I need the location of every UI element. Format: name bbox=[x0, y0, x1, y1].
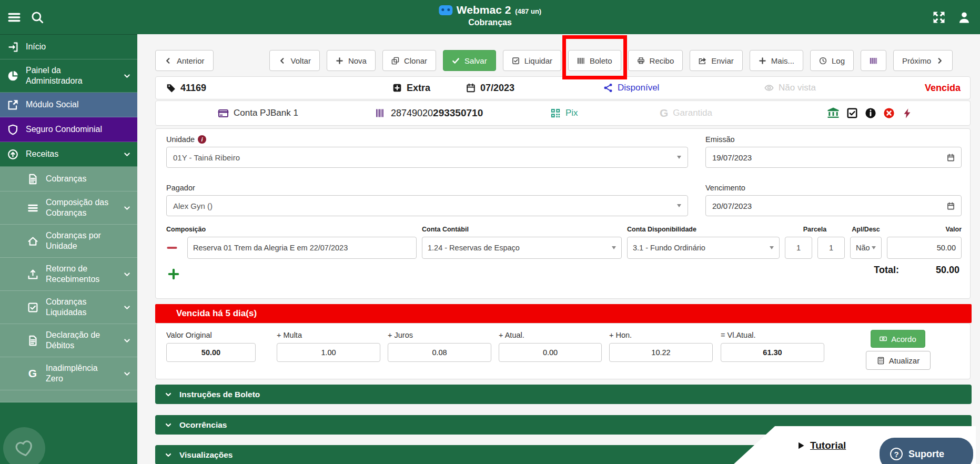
honorarios-value: 10.22 bbox=[651, 348, 670, 357]
sidebar-item-seguro-condominial[interactable]: Seguro Condominial bbox=[0, 117, 137, 142]
log-button[interactable]: Log bbox=[810, 50, 854, 71]
juros-input[interactable]: 0.08 bbox=[388, 343, 491, 362]
voltar-button[interactable]: Voltar bbox=[269, 50, 320, 71]
upload-icon bbox=[26, 269, 39, 280]
salvar-button[interactable]: Salvar bbox=[443, 50, 496, 71]
home-icon bbox=[26, 236, 39, 247]
bank-icon[interactable] bbox=[827, 107, 840, 119]
emissao-value: 19/07/2023 bbox=[712, 153, 752, 162]
valor-atual-label: = Vl.Atual. bbox=[721, 331, 824, 339]
suporte-label: Suporte bbox=[908, 449, 944, 460]
sidebar-item-receitas[interactable]: Receitas bbox=[0, 142, 137, 167]
atual-value: 0.00 bbox=[543, 348, 558, 357]
lightning-icon[interactable] bbox=[902, 108, 913, 119]
total-parcelas-input[interactable]: 1 bbox=[817, 237, 845, 259]
sidebar-item-label: Seguro Condominial bbox=[26, 124, 131, 135]
search-icon[interactable] bbox=[31, 11, 44, 24]
liquidar-button[interactable]: Liquidar bbox=[503, 50, 561, 71]
atualizar-button[interactable]: Atualizar bbox=[866, 351, 931, 370]
suporte-button[interactable]: ? Suporte bbox=[880, 438, 973, 464]
atual-input[interactable]: 0.00 bbox=[499, 343, 602, 362]
recibo-button[interactable]: Recibo bbox=[628, 50, 683, 71]
apl-desc-select[interactable]: Não bbox=[850, 237, 882, 259]
info-circle-icon[interactable] bbox=[865, 107, 876, 119]
table-row: Reserva 01 Trem da Alegria E em 22/07/20… bbox=[166, 237, 962, 259]
sidebar-item-painel-administradora[interactable]: Painel da Administradora bbox=[0, 59, 137, 93]
boleto-button[interactable]: Boleto bbox=[568, 50, 621, 71]
conta-disponibilidade-select[interactable]: 3.1 - Fundo Ordinário bbox=[627, 237, 780, 259]
honorarios-input[interactable]: 10.22 bbox=[609, 343, 713, 362]
sidebar-item-cobrancas[interactable]: Cobranças bbox=[0, 167, 137, 191]
sidebar-item-declaracao-debitos[interactable]: Declaração de Débitos bbox=[0, 324, 137, 357]
sidebar-item-inicio[interactable]: Início bbox=[0, 35, 137, 59]
descricao-input[interactable]: Reserva 01 Trem da Alegria E em 22/07/20… bbox=[187, 237, 417, 259]
sidebar-item-partial[interactable] bbox=[0, 390, 137, 402]
atual-field: + Atual. 0.00 bbox=[499, 331, 602, 362]
nova-button[interactable]: Nova bbox=[327, 50, 376, 71]
record-action-icons bbox=[827, 101, 913, 125]
chevron-down-icon bbox=[123, 72, 131, 80]
enviar-label: Enviar bbox=[711, 56, 734, 65]
check-square-icon bbox=[26, 302, 39, 313]
parcela-value: 1 bbox=[796, 244, 801, 252]
menu-icon[interactable] bbox=[7, 11, 21, 24]
header-title-block: Webmac 2 (487 un) Cobranças bbox=[439, 4, 541, 27]
chevron-down-icon bbox=[165, 451, 172, 459]
mais-button[interactable]: Mais... bbox=[750, 50, 803, 71]
external-link-icon bbox=[6, 99, 19, 110]
sidebar-item-composicao-cobrancas[interactable]: Composição das Cobranças bbox=[0, 191, 137, 225]
accordion-label: Instruções de Boleto bbox=[179, 390, 260, 399]
vencimento-date-input[interactable]: 20/07/2023 bbox=[705, 195, 962, 216]
add-row-icon[interactable] bbox=[167, 268, 180, 280]
sidebar-item-inadimplencia-zero[interactable]: G Inadimplência Zero bbox=[0, 357, 137, 390]
sidebar-item-label: Declaração de Débitos bbox=[46, 330, 116, 351]
valor-atual-input[interactable]: 61.30 bbox=[721, 343, 824, 362]
clone-icon bbox=[391, 57, 399, 65]
valor-original-input[interactable]: 50.00 bbox=[166, 343, 256, 362]
check-square-icon[interactable] bbox=[846, 107, 858, 119]
vencimento-label: Vencimento bbox=[705, 184, 745, 192]
valor-atual-value: 61.30 bbox=[763, 348, 782, 357]
enviar-button[interactable]: Enviar bbox=[690, 50, 743, 71]
acordo-button[interactable]: Acordo bbox=[871, 330, 925, 348]
units-badge: (487 un) bbox=[515, 7, 541, 15]
anterior-button[interactable]: Anterior bbox=[155, 50, 214, 71]
invoice-form-panel: Unidade i 01Y - Tainá Ribeiro Emissão 19… bbox=[155, 128, 971, 299]
accordion-instrucoes-boleto[interactable]: Instruções de Boleto bbox=[155, 385, 972, 404]
valor-input[interactable]: 50.00 bbox=[887, 237, 962, 259]
tutorial-link[interactable]: Tutorial bbox=[797, 440, 846, 451]
parcela-input[interactable]: 1 bbox=[785, 237, 812, 259]
barcode-button[interactable] bbox=[861, 50, 886, 71]
pagador-select[interactable]: Alex Gyn () bbox=[166, 195, 688, 216]
sidebar: Início Painel da Administradora Módulo S… bbox=[0, 34, 137, 464]
sidebar-item-cobrancas-por-unidade[interactable]: Cobranças por Unidade bbox=[0, 225, 137, 258]
proximo-button[interactable]: Próximo bbox=[893, 50, 953, 71]
remove-row-icon[interactable] bbox=[166, 242, 182, 254]
chevron-down-icon bbox=[123, 150, 131, 158]
qrcode-icon bbox=[550, 108, 561, 118]
chevron-down-icon bbox=[872, 246, 876, 249]
sidebar-item-modulo-social[interactable]: Módulo Social bbox=[0, 93, 137, 117]
times-circle-icon[interactable] bbox=[883, 107, 895, 119]
emissao-date-input[interactable]: 19/07/2023 bbox=[705, 147, 962, 168]
composition-table: Composição Conta Contábil Conta Disponib… bbox=[166, 226, 962, 259]
toolbar: Anterior Voltar Nova Clonar Salvar Liqui… bbox=[155, 50, 972, 71]
sidebar-item-label: Módulo Social bbox=[26, 99, 131, 110]
atualizar-label: Atualizar bbox=[889, 356, 920, 365]
multa-input[interactable]: 1.00 bbox=[277, 343, 380, 362]
sidebar-item-label: Receitas bbox=[26, 149, 116, 159]
user-icon[interactable] bbox=[958, 11, 971, 24]
sidebar-item-cobrancas-liquidadas[interactable]: Cobranças Liquidadas bbox=[0, 291, 137, 324]
clonar-button[interactable]: Clonar bbox=[382, 50, 436, 71]
info-icon[interactable]: i bbox=[198, 135, 206, 144]
sidebar-item-retorno-recebimentos[interactable]: Retorno de Recebimentos bbox=[0, 258, 137, 291]
barcode-icon bbox=[376, 108, 386, 118]
conta-contabil-select[interactable]: 1.24 - Reservas de Espaço bbox=[422, 237, 622, 259]
shield-icon bbox=[6, 124, 19, 135]
mais-label: Mais... bbox=[771, 56, 794, 65]
unidade-select[interactable]: 01Y - Tainá Ribeiro bbox=[166, 147, 688, 168]
accordion-label: Ocorrências bbox=[179, 420, 227, 430]
total-label: Total: bbox=[874, 265, 899, 276]
chevron-right-icon bbox=[936, 57, 944, 65]
fullscreen-icon[interactable] bbox=[933, 11, 945, 24]
